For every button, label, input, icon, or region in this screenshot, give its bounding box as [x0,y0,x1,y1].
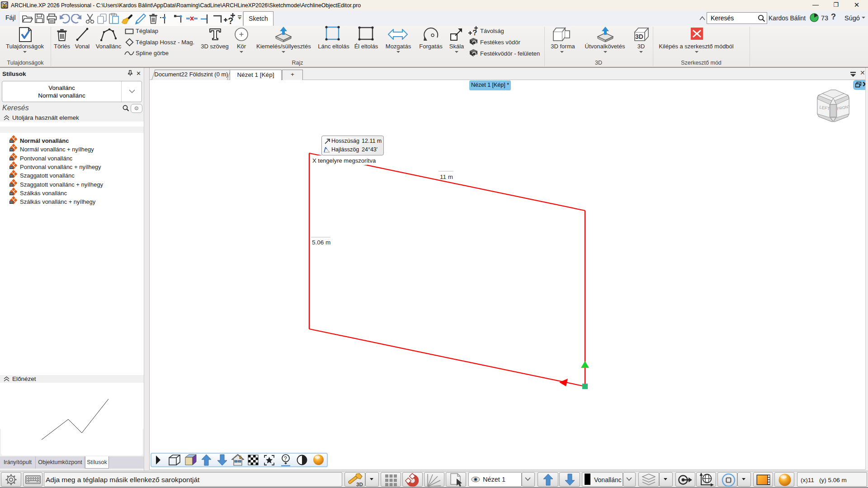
svg-text:3D: 3D [356,482,363,487]
svg-text:?: ? [228,16,233,25]
svg-text:?: ? [284,455,287,462]
svg-text:3D: 3D [635,33,643,40]
svg-text:?: ? [472,28,477,36]
svg-text:26: 26 [2,4,7,9]
